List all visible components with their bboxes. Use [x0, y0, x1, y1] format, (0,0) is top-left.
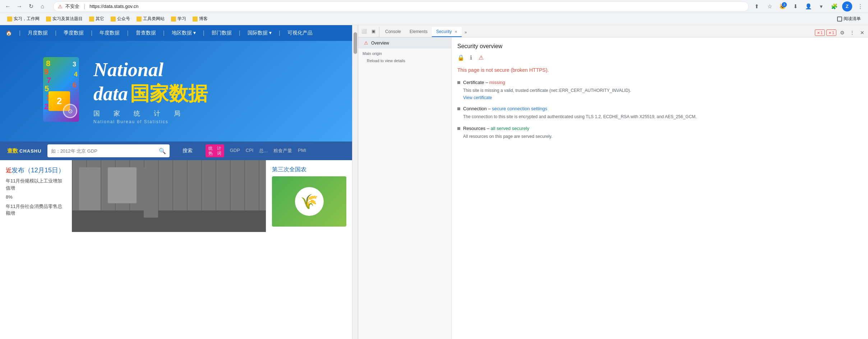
overview-warning-icon: ⚠ — [364, 40, 368, 46]
site-search-input[interactable] — [51, 148, 156, 154]
extension-cat-icon[interactable]: 🐱 3 — [777, 1, 788, 11]
reload-hint-text: Reload to view details — [363, 57, 447, 64]
error-badge-1[interactable]: ✕ 1 — [815, 29, 825, 36]
devtools-more-tabs[interactable]: » — [462, 28, 470, 37]
folder-icon-2 — [46, 17, 51, 22]
site-logo-national: National — [93, 59, 163, 81]
site-logo-chinese: 国家数据 — [130, 81, 208, 107]
error-badge-2[interactable]: ✕ 1 — [826, 29, 836, 36]
bookmark-item-7[interactable]: 博客 — [190, 14, 211, 23]
folder-icon-5 — [137, 17, 142, 22]
extensions-puzzle-icon[interactable]: 🧩 — [829, 1, 839, 11]
site-subtitle: 国 家 统 计 局 — [93, 109, 208, 118]
site-bureau: National Bureau of Statistics — [93, 119, 208, 124]
security-warning-icon: ⚠ — [58, 4, 63, 9]
devtools-more-options-button[interactable]: ⋮ — [848, 28, 857, 37]
error-x-icon-2: ✕ — [828, 31, 831, 35]
connection-section: Connection – secure connection settings … — [457, 106, 862, 120]
devtools-panel: ⬜ ▣ Console Elements Security ✕ » ✕ 1 ✕ … — [358, 25, 868, 339]
scrollbar-thumb[interactable] — [354, 32, 357, 54]
certificate-status: missing — [489, 80, 505, 85]
extension-person-icon[interactable]: 👤 — [803, 1, 813, 11]
bookmark-item-2[interactable]: 实习及算法题目 — [43, 14, 86, 23]
folder-icon-4 — [111, 17, 116, 22]
site-header: 8 9 7 5 1 2 3 4 6 2 ⊙ — [0, 41, 352, 141]
connection-bullet — [457, 107, 460, 110]
resources-row: Resources – all served securely — [457, 126, 862, 131]
reading-list-button[interactable]: 阅读清单 — [834, 14, 864, 23]
website-scrollbar[interactable] — [352, 25, 358, 339]
site-center-image — [72, 160, 266, 232]
connection-row: Connection – secure connection settings — [457, 106, 862, 111]
tab-console[interactable]: Console — [381, 27, 405, 37]
news-item-3: 年11月份社会消费品零售总额增 — [6, 203, 66, 217]
extension-dropdown-icon[interactable]: ▾ — [816, 1, 826, 11]
nav-department[interactable]: 部门数据 — [212, 30, 232, 36]
resources-label: Resources – all served securely — [463, 126, 529, 131]
nav-buttons: ← → ↻ ⌂ — [3, 1, 47, 11]
bookmark-star-button[interactable]: ☆ — [765, 1, 775, 11]
devtools-close-button[interactable]: ✕ — [858, 28, 867, 37]
site-right-column: 第三次全国农 🌾 — [266, 160, 352, 232]
tab-security[interactable]: Security ✕ — [432, 27, 462, 37]
reload-button[interactable]: ↻ — [26, 1, 36, 11]
site-hot-badge[interactable]: 统 计 热 词 — [206, 144, 224, 158]
keyword-gdp[interactable]: GDP — [230, 148, 240, 154]
chrome-top-bar: ← → ↻ ⌂ ⚠ 不安全 | https://data.stats.gov.c… — [0, 0, 868, 13]
info-icon: ℹ — [467, 54, 475, 61]
address-bar[interactable]: ⚠ 不安全 | https://data.stats.gov.cn — [53, 1, 749, 11]
site-search-button[interactable]: 搜索 — [175, 144, 200, 157]
nav-regional[interactable]: 地区数据 ▾ — [172, 30, 196, 36]
warning-triangle-icon: ⚠ — [477, 54, 485, 61]
nav-quarterly[interactable]: 季度数据 — [64, 30, 84, 36]
share-button[interactable]: ⬆ — [752, 1, 762, 11]
security-overview-title: Security overview — [457, 43, 862, 50]
connection-status[interactable]: secure connection settings — [492, 106, 547, 111]
extension-download-icon[interactable]: ⬇ — [790, 1, 800, 11]
bookmark-item-6[interactable]: 学习 — [168, 14, 189, 23]
nav-international[interactable]: 国际数据 ▾ — [248, 30, 272, 36]
devtools-settings-button[interactable]: ⚙ — [838, 28, 846, 37]
nav-census[interactable]: 普查数据 — [136, 30, 156, 36]
devtools-content: ⚠ Overview Main origin Reload to view de… — [358, 37, 868, 339]
chrome-menu-button[interactable]: ⋮ — [855, 1, 865, 11]
folder-icon-1 — [7, 17, 12, 22]
website-area: 🏠 | 月度数据 | 季度数据 | 年度数据 | 普查数据 | 地区数据 ▾ |… — [0, 25, 352, 339]
bookmark-item-3[interactable]: 其它 — [86, 14, 107, 23]
security-overview-nav[interactable]: ⚠ Overview — [358, 37, 451, 48]
site-search-box[interactable]: 🔍 — [47, 144, 170, 157]
nav-monthly[interactable]: 月度数据 — [28, 30, 48, 36]
tab-security-close[interactable]: ✕ — [454, 30, 457, 34]
nav-visualization[interactable]: 可视化产品 — [287, 30, 313, 36]
bookmark-item-1[interactable]: 实习，工作网 — [4, 14, 42, 23]
home-button[interactable]: ⌂ — [37, 1, 47, 11]
site-logo-data: data — [93, 83, 128, 105]
keyword-grain[interactable]: 粮食产量 — [273, 148, 292, 154]
keyword-pmi[interactable]: PMI — [298, 148, 306, 154]
nav-annual[interactable]: 年度数据 — [100, 30, 120, 36]
forward-button[interactable]: → — [14, 1, 24, 11]
back-button[interactable]: ← — [3, 1, 13, 11]
resources-section: Resources – all served securely All reso… — [457, 126, 862, 140]
keyword-cpi[interactable]: CPI — [246, 148, 254, 154]
error-count-2: 1 — [832, 31, 834, 35]
not-secure-message: This page is not secure (broken HTTPS). — [457, 67, 862, 74]
bookmark-item-4[interactable]: 公众号 — [108, 14, 133, 23]
nav-home-icon[interactable]: 🏠 — [6, 30, 12, 36]
tab-elements[interactable]: Elements — [405, 27, 432, 37]
view-certificate-link[interactable]: View certificate — [463, 95, 862, 100]
website-content: 🏠 | 月度数据 | 季度数据 | 年度数据 | 普查数据 | 地区数据 ▾ |… — [0, 25, 352, 339]
bookmark-item-5[interactable]: 工具类网站 — [134, 14, 167, 23]
keyword-total[interactable]: 总... — [259, 148, 268, 154]
folder-icon-7 — [193, 17, 198, 22]
certificate-bullet — [457, 81, 460, 84]
connection-label: Connection – secure connection settings — [463, 106, 547, 111]
search-magnifier-icon: 🔍 — [159, 148, 166, 154]
devtools-dock-undock[interactable]: ⬜ — [360, 27, 368, 36]
main-origin-section: Main origin Reload to view details — [358, 48, 451, 67]
site-left-column: 近发布（12月15日） 年11月份规模以上工业增加值增 8% 年11月份社会消费… — [0, 160, 72, 232]
devtools-dock-right[interactable]: ▣ — [369, 27, 378, 36]
site-keywords: GDP CPI 总... 粮食产量 PMI — [230, 148, 306, 154]
site-navigation: 🏠 | 月度数据 | 季度数据 | 年度数据 | 普查数据 | 地区数据 ▾ |… — [0, 25, 352, 41]
profile-avatar[interactable]: Z — [842, 1, 852, 11]
